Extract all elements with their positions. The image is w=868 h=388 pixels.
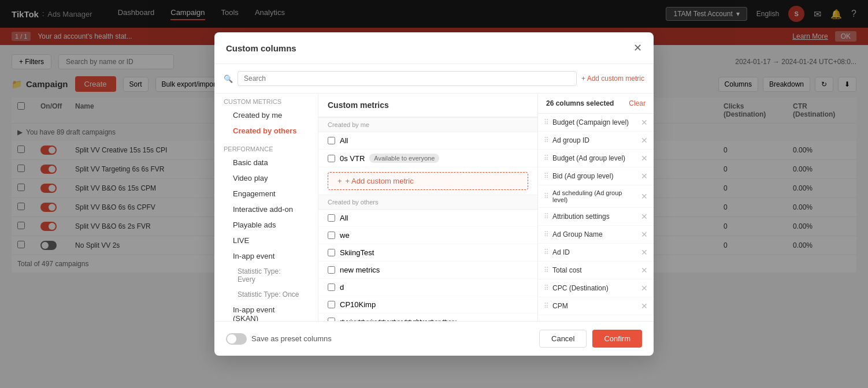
metric-item-all-others[interactable]: All bbox=[318, 210, 537, 227]
drag-handle-icon[interactable]: ⠿ bbox=[544, 154, 549, 162]
remove-column-button[interactable]: ✕ bbox=[641, 248, 648, 257]
remove-column-button[interactable]: ✕ bbox=[641, 192, 648, 201]
drag-handle-icon[interactable]: ⠿ bbox=[544, 192, 549, 200]
modal-search-bar: 🔍 + Add custom metric bbox=[224, 71, 644, 86]
custom-metrics-label: Custom metrics bbox=[224, 98, 309, 105]
drag-handle-icon[interactable]: ⠿ bbox=[544, 136, 549, 144]
metric-label-0s-vtr: 0s VTR bbox=[340, 154, 365, 163]
metric-item-0s-vtr[interactable]: 0s VTR Available to everyone bbox=[318, 150, 537, 167]
left-item-created-by-me[interactable]: Created by me bbox=[224, 107, 309, 123]
clear-columns-button[interactable]: Clear bbox=[629, 99, 646, 107]
modal-search-section: 🔍 + Add custom metric bbox=[214, 64, 654, 94]
left-item-in-app-skan[interactable]: In-app event (SKAN) bbox=[224, 302, 309, 321]
remove-column-button[interactable]: ✕ bbox=[641, 266, 648, 275]
metric-checkbox-all-others[interactable] bbox=[328, 214, 335, 222]
left-item-basic-data[interactable]: Basic data bbox=[224, 155, 309, 170]
modal-search-input[interactable] bbox=[238, 71, 577, 86]
metric-checkbox-we[interactable] bbox=[328, 232, 335, 239]
metric-item-d[interactable]: d bbox=[318, 279, 537, 296]
metric-label-skiingtest: SkiingTest bbox=[340, 248, 374, 257]
column-item: ⠿ Bid (Ad group level) ✕ bbox=[538, 167, 654, 185]
left-item-playable-ads[interactable]: Playable ads bbox=[224, 217, 309, 233]
drag-handle-icon[interactable]: ⠿ bbox=[544, 230, 549, 238]
left-item-statistic-once[interactable]: Statistic Type: Once bbox=[224, 287, 309, 302]
left-item-in-app-event[interactable]: In-app event bbox=[224, 248, 309, 264]
created-by-me-section-label: Created by me bbox=[318, 117, 537, 132]
confirm-button[interactable]: Confirm bbox=[592, 330, 642, 348]
column-item: ⠿ CPC (Destination) ✕ bbox=[538, 279, 654, 297]
column-item: ⠿ Budget (Campaign level) ✕ bbox=[538, 114, 654, 132]
column-label: Ad ID bbox=[552, 248, 570, 256]
left-item-statistic-every[interactable]: Statistic Type: Every bbox=[224, 264, 309, 287]
cancel-button[interactable]: Cancel bbox=[539, 330, 587, 348]
modal-right-header: 26 columns selected Clear bbox=[538, 94, 654, 114]
metric-label-d: d bbox=[340, 283, 344, 292]
modal-overlay: Custom columns ✕ 🔍 + Add custom metric C… bbox=[0, 0, 868, 387]
modal-middle-header: Custom metrics bbox=[318, 94, 537, 117]
preset-toggle-section: Save as preset columns bbox=[226, 333, 332, 345]
custom-metrics-section: Custom metrics Created by me Created by … bbox=[214, 94, 318, 141]
remove-column-button[interactable]: ✕ bbox=[641, 301, 648, 311]
metric-item-we[interactable]: we bbox=[318, 227, 537, 244]
add-custom-metric-button[interactable]: + + Add custom metric bbox=[328, 172, 528, 190]
drag-handle-icon[interactable]: ⠿ bbox=[544, 212, 549, 221]
column-label: Ad group ID bbox=[552, 136, 589, 144]
column-item: ⠿ Budget (Ad group level) ✕ bbox=[538, 150, 654, 167]
selected-count: 26 columns selected bbox=[546, 99, 614, 107]
modal-right-panel: 26 columns selected Clear ⠿ Budget (Camp… bbox=[538, 94, 654, 321]
column-item: ⠿ Ad group ID ✕ bbox=[538, 132, 654, 150]
modal-close-button[interactable]: ✕ bbox=[633, 42, 642, 54]
remove-column-button[interactable]: ✕ bbox=[641, 283, 648, 293]
preset-label: Save as preset columns bbox=[251, 334, 332, 343]
metric-item-cp10kimp[interactable]: CP10Kimp bbox=[318, 296, 537, 314]
metric-checkbox-d[interactable] bbox=[328, 283, 335, 291]
drag-handle-icon[interactable]: ⠿ bbox=[544, 172, 549, 180]
left-item-interactive-addon[interactable]: Interactive add-on bbox=[224, 202, 309, 217]
drag-handle-icon[interactable]: ⠿ bbox=[544, 118, 549, 126]
modal-footer: Save as preset columns Cancel Confirm bbox=[214, 321, 654, 356]
metric-item-all-me[interactable]: All bbox=[318, 132, 537, 150]
drag-handle-icon[interactable]: ⠿ bbox=[544, 248, 549, 256]
remove-column-button[interactable]: ✕ bbox=[641, 136, 648, 145]
metric-item-long-name[interactable]: rtyuiuytrtyuiuytrtyurtyuytrtyrhtwyrtyuyt… bbox=[318, 314, 537, 321]
add-custom-metric-label: + Add custom metric bbox=[346, 177, 414, 185]
created-by-others-section-label: Created by others bbox=[318, 195, 537, 210]
drag-handle-icon[interactable]: ⠿ bbox=[544, 302, 549, 310]
column-label: Bid (Ad group level) bbox=[552, 172, 613, 180]
add-custom-metric-top-button[interactable]: + Add custom metric bbox=[581, 74, 644, 83]
metric-checkbox-new-metrics[interactable] bbox=[328, 266, 335, 274]
left-item-engagement[interactable]: Engagement bbox=[224, 186, 309, 202]
preset-toggle-switch[interactable] bbox=[226, 333, 247, 345]
column-label: Ad Group Name bbox=[552, 230, 603, 238]
left-item-video-play[interactable]: Video play bbox=[224, 170, 309, 186]
remove-column-button[interactable]: ✕ bbox=[641, 212, 648, 221]
left-item-live[interactable]: LIVE bbox=[224, 233, 309, 248]
metric-label-all-others: All bbox=[340, 214, 348, 222]
metric-checkbox-0s-vtr[interactable] bbox=[328, 155, 335, 162]
column-label: Budget (Campaign level) bbox=[552, 118, 629, 126]
column-item: ⠿ Ad Group Name ✕ bbox=[538, 226, 654, 244]
column-item: ⠿ Ad scheduling (Ad group level) ✕ bbox=[538, 185, 654, 208]
metric-checkbox-skiingtest[interactable] bbox=[328, 249, 335, 256]
column-label: Budget (Ad group level) bbox=[552, 154, 625, 162]
metric-item-skiingtest[interactable]: SkiingTest bbox=[318, 244, 537, 262]
column-label: Ad scheduling (Ad group level) bbox=[552, 189, 637, 203]
metric-badge-0s-vtr: Available to everyone bbox=[369, 154, 439, 163]
metric-item-new-metrics[interactable]: new metrics bbox=[318, 262, 537, 279]
drag-handle-icon[interactable]: ⠿ bbox=[544, 266, 549, 274]
column-item: ⠿ Ad ID ✕ bbox=[538, 244, 654, 262]
metric-label-all-me: All bbox=[340, 136, 348, 145]
metric-checkbox-all-me[interactable] bbox=[328, 137, 335, 144]
footer-buttons: Cancel Confirm bbox=[539, 330, 642, 348]
column-label: CPM bbox=[552, 302, 568, 310]
plus-icon: + bbox=[337, 177, 342, 185]
drag-handle-icon[interactable]: ⠿ bbox=[544, 284, 549, 292]
remove-column-button[interactable]: ✕ bbox=[641, 230, 648, 239]
metric-checkbox-cp10kimp[interactable] bbox=[328, 301, 335, 308]
left-item-created-by-others[interactable]: Created by others bbox=[224, 123, 309, 139]
remove-column-button[interactable]: ✕ bbox=[641, 154, 648, 163]
metric-label-cp10kimp: CP10Kimp bbox=[340, 300, 376, 309]
remove-column-button[interactable]: ✕ bbox=[641, 118, 648, 127]
column-item: ⠿ Total cost ✕ bbox=[538, 262, 654, 279]
remove-column-button[interactable]: ✕ bbox=[641, 171, 648, 181]
